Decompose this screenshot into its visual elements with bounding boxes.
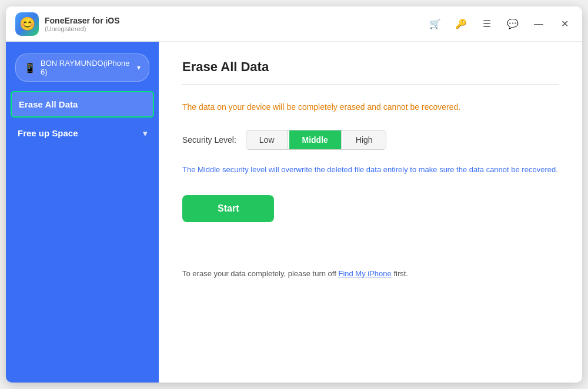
close-button[interactable]: ✕ (556, 16, 573, 32)
app-subtitle: (Unregistered) (45, 25, 120, 32)
app-icon: 😊 (15, 12, 39, 36)
sidebar-item-free-up-space[interactable]: Free up Space ▾ (6, 120, 159, 146)
device-name: BON RAYMUNDO(iPhone 6) (41, 59, 132, 76)
security-btn-middle[interactable]: Middle (289, 130, 342, 149)
app-title-text: FoneEraser for iOS (Unregistered) (45, 16, 120, 32)
security-level-label: Security Level: (182, 135, 236, 145)
phone-icon: 📱 (24, 62, 36, 73)
security-btn-high[interactable]: High (343, 130, 386, 149)
sidebar-item-erase-all-data[interactable]: Erase All Data (11, 91, 154, 118)
footer-note: To erase your data completely, please tu… (182, 269, 559, 278)
sidebar-item-erase-label: Erase All Data (19, 99, 78, 109)
device-selector[interactable]: 📱 BON RAYMUNDO(iPhone 6) ▾ (15, 53, 149, 82)
footer-note-after: first. (392, 269, 408, 278)
title-bar-left: 😊 FoneEraser for iOS (Unregistered) (15, 12, 120, 36)
cart-button[interactable]: 🛒 (427, 16, 443, 32)
sidebar-item-free-up-label: Free up Space (18, 128, 78, 138)
find-my-iphone-link[interactable]: Find My iPhone (338, 269, 391, 278)
warning-text: The data on your device will be complete… (182, 101, 559, 113)
page-title: Erase All Data (182, 59, 559, 75)
main-layout: 📱 BON RAYMUNDO(iPhone 6) ▾ Erase All Dat… (6, 42, 582, 383)
security-btn-low[interactable]: Low (246, 130, 288, 149)
sidebar: 📱 BON RAYMUNDO(iPhone 6) ▾ Erase All Dat… (6, 42, 159, 383)
app-window: 😊 FoneEraser for iOS (Unregistered) 🛒 🔑 … (6, 6, 582, 383)
chevron-down-icon: ▾ (143, 129, 147, 138)
divider (182, 84, 559, 85)
device-chevron-icon: ▾ (137, 63, 141, 72)
start-button[interactable]: Start (182, 195, 274, 222)
account-button[interactable]: 🔑 (453, 16, 469, 32)
content-area: Erase All Data The data on your device w… (159, 42, 582, 383)
chat-button[interactable]: 💬 (505, 16, 521, 32)
minimize-button[interactable]: — (530, 16, 547, 32)
security-description: The Middle security level will overwrite… (182, 164, 559, 176)
menu-button[interactable]: ☰ (479, 16, 495, 32)
security-level-row: Security Level: Low Middle High (182, 130, 559, 150)
app-name: FoneEraser for iOS (45, 16, 120, 25)
title-bar-right: 🛒 🔑 ☰ 💬 — ✕ (427, 16, 573, 32)
title-bar: 😊 FoneEraser for iOS (Unregistered) 🛒 🔑 … (6, 6, 582, 42)
footer-note-before: To erase your data completely, please tu… (182, 269, 338, 278)
security-buttons: Low Middle High (246, 130, 386, 150)
